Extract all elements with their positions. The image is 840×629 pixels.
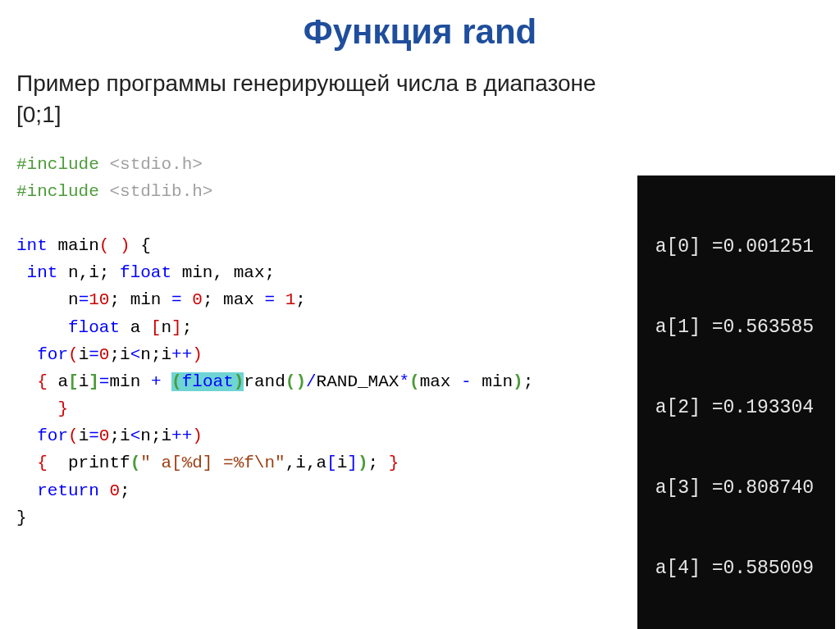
num: 10 (89, 290, 109, 309)
paren: ( (409, 372, 420, 391)
paren: ( (68, 345, 79, 364)
keyword-float: float (16, 318, 120, 337)
output-line: a[1] =0.563585 (644, 314, 814, 341)
var: max (420, 372, 461, 391)
op: = (89, 426, 99, 445)
op: = (171, 290, 192, 309)
text: n;i (140, 426, 171, 445)
text: ; (182, 318, 193, 337)
include-directive: #include (16, 155, 109, 174)
keyword-float: float (182, 372, 234, 391)
func: rand (244, 372, 285, 391)
bracket: [ (68, 372, 79, 391)
paren: ( (68, 426, 79, 445)
vars: min, max; (171, 263, 275, 282)
keyword-int: int (16, 263, 57, 282)
vars: n,i; (57, 263, 120, 282)
op: ++ (171, 345, 192, 364)
func: printf (48, 454, 130, 472)
brace: } (16, 508, 27, 527)
var: min (482, 372, 513, 391)
text: n;i (140, 345, 171, 364)
bracket: ] (89, 372, 99, 391)
keyword-for: for (16, 345, 68, 364)
include-directive: #include (16, 182, 109, 201)
op: * (399, 372, 409, 391)
keyword-int: int (16, 236, 48, 255)
op: - (461, 372, 482, 391)
text: ;i (109, 426, 130, 445)
var: i (79, 426, 89, 445)
paren: ) (358, 454, 368, 472)
paren: ) (295, 372, 306, 391)
brace: } (16, 399, 68, 418)
paren: ) (234, 372, 244, 391)
var: i (79, 372, 89, 391)
num: 1 (285, 290, 296, 309)
var: n (161, 318, 171, 337)
text: ,i,a (285, 454, 326, 472)
text: ; max (203, 290, 265, 309)
output-line: a[3] =0.808740 (644, 475, 814, 502)
op: = (89, 345, 99, 364)
var: i (79, 345, 89, 364)
paren: ( ) (99, 236, 130, 255)
output-line: a[4] =0.585009 (644, 555, 814, 582)
var: min (109, 372, 150, 391)
op: = (79, 290, 89, 309)
paren: ( (171, 372, 182, 391)
brace: { (16, 372, 48, 391)
text (99, 481, 110, 500)
text: ; (523, 372, 534, 391)
text: ; (120, 481, 130, 500)
var: n (16, 290, 79, 309)
var: a (120, 318, 151, 337)
paren: ( (130, 454, 141, 472)
console-output: a[0] =0.001251 a[1] =0.563585 a[2] =0.19… (637, 175, 835, 629)
num: 0 (109, 481, 120, 500)
num: 0 (192, 290, 203, 309)
include-path: <stdio.h> (109, 155, 202, 174)
op: < (130, 345, 141, 364)
string: " a[%d] =%f\n" (140, 454, 285, 472)
var: i (337, 454, 348, 472)
subtitle-line1: Пример программы генерирующей числа в ди… (16, 71, 596, 96)
bracket: ] (347, 454, 358, 472)
op: ++ (171, 426, 192, 445)
bracket: [ (151, 318, 162, 337)
keyword-return: return (16, 481, 99, 500)
keyword-float: float (120, 263, 171, 282)
text: ; (368, 454, 389, 472)
output-line: a[2] =0.193304 (644, 394, 814, 422)
slide-title: Функция rand (16, 12, 824, 52)
op: = (99, 372, 110, 391)
brace: { (16, 454, 48, 472)
text: ; min (109, 290, 171, 309)
paren: ) (192, 426, 203, 445)
text: ; (295, 290, 306, 309)
brace: } (389, 454, 399, 472)
include-path: <stdlib.h> (109, 182, 212, 201)
paren: ( (285, 372, 296, 391)
paren: ) (192, 345, 203, 364)
text: a (48, 372, 68, 391)
code-line-1: #include <stdio.h> (16, 151, 824, 178)
keyword-for: for (16, 426, 68, 445)
op: = (265, 290, 285, 309)
op: + (151, 372, 171, 391)
bracket: [ (326, 454, 337, 472)
slide-container: Функция rand Пример программы генерирующ… (0, 0, 840, 629)
brace: { (130, 236, 151, 255)
num: 0 (99, 345, 110, 364)
subtitle-line2: [0;1] (16, 102, 61, 127)
text: ;i (109, 345, 130, 364)
slide-subtitle: Пример программы генерирующей числа в ди… (16, 68, 824, 130)
func-main: main (48, 236, 99, 255)
paren: ) (513, 372, 523, 391)
output-line: a[0] =0.001251 (644, 234, 814, 261)
const: RAND_MAX (317, 372, 399, 391)
op: < (130, 426, 141, 445)
bracket: ] (171, 318, 182, 337)
num: 0 (99, 426, 110, 445)
op: / (306, 372, 317, 391)
